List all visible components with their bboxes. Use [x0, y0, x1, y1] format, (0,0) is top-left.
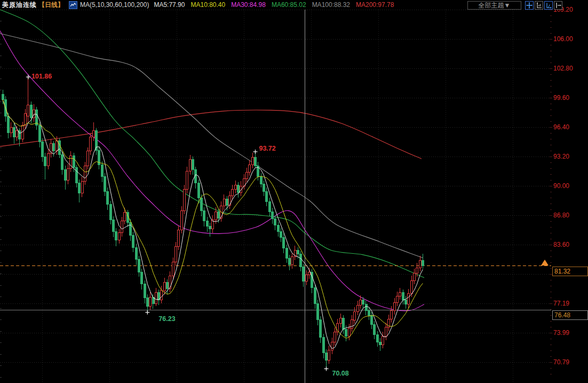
axis-scale-right-icon[interactable]	[544, 1, 553, 10]
ma-line-ma60	[0, 10, 424, 278]
candle-body	[317, 303, 319, 320]
candle-body	[84, 166, 86, 181]
candle-body	[266, 191, 268, 201]
candle-body	[345, 329, 347, 337]
candle-body	[200, 198, 202, 210]
candle-body	[155, 292, 157, 303]
y-axis-label: 93.20	[553, 153, 586, 160]
candle-body	[73, 155, 75, 167]
candle-body	[107, 191, 109, 204]
candle-body	[410, 280, 412, 293]
candle-body	[277, 225, 279, 232]
candle-body	[280, 232, 282, 237]
candle-body	[226, 199, 228, 205]
candle-body	[379, 342, 382, 345]
candle-body	[328, 350, 330, 361]
candle-body	[217, 212, 219, 218]
candle-body	[138, 260, 140, 272]
candle-body	[322, 338, 324, 353]
candle-body	[180, 210, 182, 230]
period-label: 【日线】	[38, 1, 64, 10]
candle-body	[121, 221, 123, 232]
y-axis-label: 102.80	[553, 65, 586, 72]
candle-body	[300, 254, 302, 267]
candle-body	[61, 155, 63, 170]
candle-body	[175, 246, 177, 262]
candle-body	[362, 300, 364, 304]
candle-body	[291, 256, 293, 265]
y-axis-label: 106.00	[553, 35, 586, 43]
candle-body	[297, 250, 299, 254]
candle-body	[146, 298, 148, 307]
candle-body	[368, 311, 370, 316]
candle-body	[10, 127, 12, 132]
candle-body	[184, 190, 186, 211]
ma-legend-value: MA5:77.90	[154, 1, 185, 9]
candle-body	[285, 248, 288, 259]
extreme-price-annotation: 101.86	[31, 73, 52, 80]
axis-scale-up-icon[interactable]	[535, 1, 543, 10]
candle-body	[314, 288, 316, 303]
candle-body	[243, 178, 245, 186]
candle-body	[64, 169, 66, 181]
candle-body	[305, 275, 307, 282]
candle-body	[78, 183, 81, 193]
candle-body	[251, 158, 253, 165]
theme-selector-dropdown[interactable]: 全部主题▼	[467, 1, 521, 10]
candle-body	[255, 158, 257, 166]
candle-body	[67, 168, 69, 180]
candle-body	[237, 185, 240, 192]
candle-body	[124, 213, 126, 221]
ma-legend-value: MA200:97.78	[356, 1, 394, 9]
candle-body	[260, 177, 262, 184]
y-axis-label: 90.00	[553, 182, 586, 190]
candle-body	[223, 199, 225, 206]
candle-body	[161, 291, 163, 300]
candle-body	[92, 131, 94, 137]
prev-close-price-tag: 76.48	[552, 310, 588, 320]
candle-body	[192, 159, 194, 169]
candle-body	[351, 320, 353, 329]
candle-body	[203, 210, 205, 221]
candle-body	[422, 260, 424, 265]
candle-body	[149, 297, 152, 306]
collapse-panel-icon[interactable]	[554, 1, 562, 10]
candle-body	[402, 292, 404, 300]
candle-body	[359, 300, 361, 305]
trading-chart-window: { "header": { "title": "美原油连续", "period"…	[0, 0, 588, 383]
candle-body	[209, 226, 211, 229]
candle-body	[391, 311, 393, 319]
candle-body	[339, 318, 341, 324]
candle-body	[144, 284, 146, 298]
candle-body	[75, 168, 77, 183]
candle-body	[214, 212, 217, 220]
candle-body	[81, 181, 83, 193]
candle-body	[189, 159, 191, 171]
candle-body	[47, 154, 49, 166]
current-price-tag: 81.32	[552, 267, 588, 276]
candle-body	[382, 337, 384, 345]
pan-crosshair-icon[interactable]	[525, 1, 534, 10]
chart-canvas[interactable]: 101.8693.7276.2370.08	[0, 0, 588, 383]
candle-body	[385, 327, 387, 337]
ma-legend: MA5:77.90MA10:80.40MA30:84.98MA60:85.02M…	[154, 1, 394, 9]
ma-line-ma200	[0, 110, 422, 159]
y-axis-label: 73.99	[553, 329, 586, 337]
candle-body	[263, 184, 265, 192]
candle-body	[55, 141, 58, 151]
candle-body	[374, 325, 376, 335]
candle-body	[331, 342, 333, 350]
y-axis-label: 99.60	[553, 94, 586, 101]
candle-body	[413, 273, 415, 280]
candle-body	[16, 131, 18, 137]
candle-body	[206, 221, 208, 226]
candle-body	[115, 232, 117, 240]
candle-body	[87, 151, 89, 166]
ma-line-ma30	[0, 31, 424, 311]
candle-body	[232, 190, 234, 196]
candle-body	[2, 94, 4, 99]
candle-body	[53, 144, 55, 151]
candle-body	[172, 262, 174, 276]
line-chart-icon[interactable]	[69, 1, 77, 9]
candle-body	[135, 247, 137, 259]
